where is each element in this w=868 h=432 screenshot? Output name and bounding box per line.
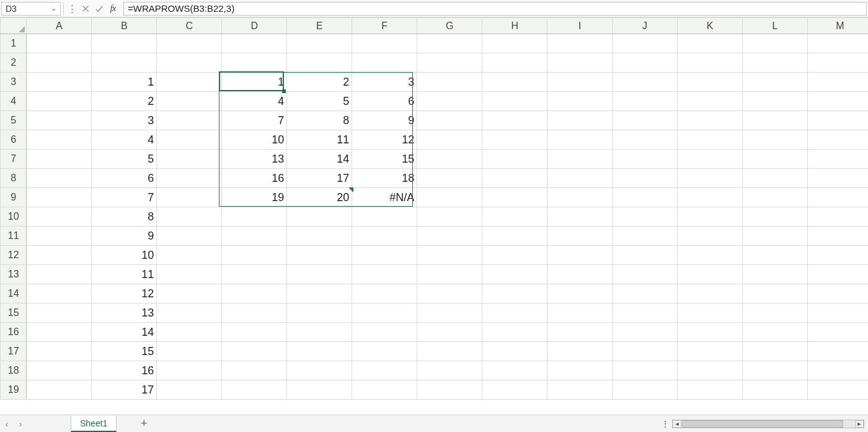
cell[interactable]: [482, 284, 547, 304]
row-header[interactable]: 14: [1, 284, 27, 304]
cell[interactable]: [287, 265, 352, 284]
cell[interactable]: [287, 53, 352, 73]
cell[interactable]: [287, 246, 352, 265]
cell[interactable]: [678, 342, 743, 361]
cell[interactable]: [157, 265, 222, 284]
cell[interactable]: [27, 169, 92, 188]
cell[interactable]: [222, 227, 287, 246]
cell[interactable]: [547, 304, 613, 323]
cell[interactable]: 5: [287, 92, 352, 111]
cell[interactable]: [27, 342, 92, 361]
cell[interactable]: [482, 111, 547, 130]
cell[interactable]: [27, 150, 92, 169]
cell[interactable]: [352, 284, 417, 304]
cell[interactable]: 9: [92, 227, 157, 246]
row-header[interactable]: 19: [1, 380, 27, 400]
cell[interactable]: [222, 323, 287, 342]
cell[interactable]: [547, 34, 613, 53]
row-header[interactable]: 8: [1, 169, 27, 188]
cell[interactable]: [27, 34, 92, 53]
enter-icon[interactable]: [93, 2, 105, 15]
cell[interactable]: [547, 227, 613, 246]
row-header[interactable]: 18: [1, 361, 27, 380]
cell[interactable]: [613, 342, 678, 361]
cell[interactable]: [547, 323, 613, 342]
cell[interactable]: [287, 227, 352, 246]
cell[interactable]: 12: [352, 130, 417, 150]
cell[interactable]: [157, 169, 222, 188]
column-header[interactable]: B: [92, 18, 157, 34]
cell[interactable]: [417, 188, 482, 207]
select-all-corner[interactable]: [1, 18, 27, 34]
cell[interactable]: [482, 380, 547, 400]
cell[interactable]: [547, 130, 613, 150]
cell[interactable]: [808, 130, 868, 150]
cell[interactable]: [27, 284, 92, 304]
cell[interactable]: [678, 92, 743, 111]
cell[interactable]: 15: [352, 150, 417, 169]
row-header[interactable]: 9: [1, 188, 27, 207]
cell[interactable]: [743, 304, 808, 323]
cell[interactable]: [417, 304, 482, 323]
cell[interactable]: [613, 188, 678, 207]
cell[interactable]: [222, 207, 287, 227]
more-options-icon[interactable]: ⋮: [66, 2, 78, 15]
cell[interactable]: [743, 150, 808, 169]
cell[interactable]: [613, 150, 678, 169]
cell[interactable]: [417, 169, 482, 188]
cell[interactable]: [482, 361, 547, 380]
cell[interactable]: [287, 34, 352, 53]
cell[interactable]: [417, 150, 482, 169]
cell[interactable]: [157, 246, 222, 265]
cell[interactable]: [808, 323, 868, 342]
cell[interactable]: [547, 380, 613, 400]
cell[interactable]: [743, 265, 808, 284]
cell[interactable]: [27, 92, 92, 111]
cell[interactable]: [27, 207, 92, 227]
cell[interactable]: [352, 304, 417, 323]
cell[interactable]: [417, 111, 482, 130]
cell[interactable]: [808, 380, 868, 400]
cell[interactable]: [613, 246, 678, 265]
cell[interactable]: [678, 361, 743, 380]
cell[interactable]: [27, 227, 92, 246]
cell[interactable]: 18: [352, 169, 417, 188]
cell[interactable]: [678, 284, 743, 304]
cell[interactable]: [352, 380, 417, 400]
cell[interactable]: #N/A: [352, 188, 417, 207]
cell[interactable]: 1: [92, 73, 157, 92]
column-header[interactable]: M: [808, 18, 868, 34]
cell[interactable]: [613, 130, 678, 150]
cell[interactable]: [743, 111, 808, 130]
cell[interactable]: [287, 323, 352, 342]
cell[interactable]: [287, 284, 352, 304]
cell[interactable]: 8: [92, 207, 157, 227]
cell[interactable]: [678, 130, 743, 150]
cell[interactable]: 13: [92, 304, 157, 323]
cell[interactable]: [157, 188, 222, 207]
cell[interactable]: [613, 111, 678, 130]
cell[interactable]: [27, 361, 92, 380]
cell[interactable]: [27, 188, 92, 207]
cell[interactable]: [287, 342, 352, 361]
cell[interactable]: [417, 53, 482, 73]
cell[interactable]: [157, 304, 222, 323]
cell[interactable]: [678, 323, 743, 342]
cell[interactable]: [678, 188, 743, 207]
cell[interactable]: [27, 130, 92, 150]
cell[interactable]: [417, 380, 482, 400]
cell[interactable]: [222, 361, 287, 380]
cell[interactable]: [743, 227, 808, 246]
cell[interactable]: [157, 342, 222, 361]
cell[interactable]: [678, 227, 743, 246]
row-header[interactable]: 6: [1, 130, 27, 150]
cell[interactable]: [352, 207, 417, 227]
row-header[interactable]: 7: [1, 150, 27, 169]
cell[interactable]: [222, 342, 287, 361]
cell[interactable]: [482, 227, 547, 246]
cell[interactable]: [808, 304, 868, 323]
cell[interactable]: [27, 246, 92, 265]
cell[interactable]: 4: [92, 130, 157, 150]
cell[interactable]: [743, 246, 808, 265]
cell[interactable]: [417, 92, 482, 111]
